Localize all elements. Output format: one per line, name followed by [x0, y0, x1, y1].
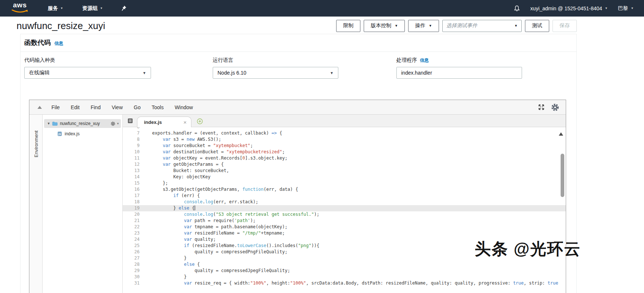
menu-edit[interactable]: Edit — [71, 104, 80, 110]
throttle-button[interactable]: 限制 — [336, 20, 360, 32]
line-number: 25 — [123, 243, 142, 249]
tree-file-row[interactable]: JS index.js — [43, 129, 122, 138]
environment-strip[interactable]: Environment — [29, 115, 43, 293]
code-entry-select[interactable]: 在线编辑 ▼ — [24, 67, 151, 79]
new-tab-plus-icon[interactable] — [197, 118, 203, 125]
folder-icon — [52, 121, 58, 126]
fullscreen-icon[interactable] — [537, 103, 545, 111]
code-line-8[interactable]: 8 var s3 = new AWS.S3(); — [123, 136, 566, 143]
tab-index-js[interactable]: index.js × — [137, 117, 191, 127]
line-number: 21 — [123, 218, 142, 224]
nav-services[interactable]: 服务 ▼ — [48, 5, 63, 12]
code-line-21[interactable]: 21 var path = require('path'); — [123, 218, 566, 224]
page-header: nuwfunc_resize_xuyi 限制 版本控制 ▼ 操作 ▼ 选择测试事… — [0, 17, 644, 35]
actions-button[interactable]: 操作 ▼ — [408, 20, 439, 32]
handler-info-link[interactable]: 信息 — [420, 57, 429, 64]
account-menu[interactable]: xuyi_admin @ 1525-0451-8404 ▼ — [530, 6, 608, 11]
top-nav: aws 服务 ▼ 资源组 ▼ — [0, 0, 644, 17]
svg-text:JS: JS — [58, 133, 61, 136]
section-title: 函数代码 — [24, 38, 51, 47]
test-event-select[interactable]: 选择测试事件 ▼ — [442, 20, 522, 32]
code-line-29[interactable]: 29 quality = compressedJpegFileQuality; — [123, 268, 566, 274]
section-info-link[interactable]: 信息 — [54, 40, 63, 47]
code-line-12[interactable]: 12 var getObjectParams = { — [123, 161, 566, 168]
menu-view[interactable]: View — [112, 104, 123, 110]
chevron-down-icon: ▼ — [330, 71, 334, 75]
menu-window[interactable]: Window — [175, 104, 193, 110]
field-runtime: 运行语言 Node.js 6.10 ▼ — [213, 57, 338, 79]
code-line-23[interactable]: 23 var resizedFileName = "/tmp/"+tmpname… — [123, 230, 566, 236]
editor-settings-gear-icon[interactable] — [550, 103, 560, 112]
menu-find[interactable]: Find — [91, 104, 101, 110]
code-line-17[interactable]: 17 if (err) { — [123, 193, 566, 199]
code-line-15[interactable]: 15 }; — [123, 180, 566, 186]
chevron-down-icon: ▼ — [605, 7, 608, 10]
watermark: 头条 @光环云 — [475, 238, 581, 260]
chevron-down-icon: ▼ — [429, 24, 432, 28]
menu-tools[interactable]: Tools — [152, 104, 164, 110]
code-line-20[interactable]: 20 console.log("S3 object retrieval get … — [123, 211, 566, 218]
code-area[interactable]: 67exports.handler = (event, context, cal… — [123, 127, 566, 293]
code-line-19[interactable]: 19 } else { — [123, 205, 566, 211]
file-tree: ▼ nuwfunc_resize_xuy ▼ — [43, 115, 123, 293]
code-line-11[interactable]: 11 var objectKey = event.Records[0].s3.o… — [123, 155, 566, 161]
code-line-18[interactable]: 18 console.log(err, err.stack); — [123, 199, 566, 205]
line-number: 24 — [123, 236, 142, 243]
chevron-down-icon: ▼ — [395, 24, 398, 28]
line-number: 20 — [123, 211, 142, 218]
line-number: 29 — [123, 268, 142, 274]
code-line-10[interactable]: 10 var destinationBucket = "xytempbucket… — [123, 149, 566, 155]
tree-folder-label: nuwfunc_resize_xuy — [60, 121, 100, 126]
tree-file-label: index.js — [65, 131, 80, 136]
save-button[interactable]: 保存 — [553, 20, 577, 32]
chevron-down-icon: ▼ — [143, 71, 146, 75]
code-line-28[interactable]: 28 else { — [123, 261, 566, 268]
line-number: 22 — [123, 224, 142, 230]
handler-input[interactable]: index.handler — [396, 67, 522, 79]
code-line-7[interactable]: 7exports.handler = (event, context, call… — [123, 130, 566, 136]
tree-folder-row[interactable]: ▼ nuwfunc_resize_xuy ▼ — [44, 119, 121, 128]
menu-file[interactable]: File — [51, 104, 60, 110]
code-line-31[interactable]: 31 var resize_req = { width:"100%", heig… — [123, 280, 566, 286]
line-number: 23 — [123, 230, 142, 236]
code-line-13[interactable]: 13 Bucket: sourceBucket, — [123, 168, 566, 174]
page: aws 服务 ▼ 资源组 ▼ — [0, 0, 644, 293]
line-number: 27 — [123, 255, 142, 261]
runtime-select[interactable]: Node.js 6.10 ▼ — [213, 67, 338, 79]
vertical-scrollbar-thumb[interactable] — [561, 154, 564, 197]
nav-resource-groups[interactable]: 资源组 ▼ — [82, 5, 103, 12]
aws-logo[interactable]: aws — [11, 2, 29, 15]
menu-go[interactable]: Go — [134, 104, 141, 110]
notifications-bell-icon[interactable] — [514, 5, 520, 12]
pin-icon[interactable] — [120, 5, 127, 11]
code-line-16[interactable]: 16 s3.getObject(getObjectParams, functio… — [123, 186, 566, 193]
line-number: 18 — [123, 199, 142, 205]
tree-expand-icon[interactable]: ▼ — [47, 122, 50, 125]
scroll-up-icon[interactable] — [559, 132, 563, 136]
code-lines: 67exports.handler = (event, context, cal… — [123, 127, 566, 286]
code-line-6[interactable]: 6 — [123, 127, 566, 130]
tree-settings-gear-icon[interactable]: ▼ — [110, 121, 119, 126]
tab-close-icon[interactable]: × — [183, 119, 187, 125]
aws-smile-icon — [11, 10, 28, 13]
line-number: 11 — [123, 155, 142, 161]
tab-list-icon[interactable] — [127, 118, 133, 124]
line-number: 14 — [123, 174, 142, 180]
chevron-down-icon: ▼ — [631, 7, 634, 10]
collapse-editor-icon[interactable] — [37, 106, 42, 109]
line-number: 6 — [123, 127, 142, 130]
code-line-22[interactable]: 22 var tmpname = path.basename(objectKey… — [123, 224, 566, 230]
line-number: 15 — [123, 180, 142, 186]
qualifiers-button[interactable]: 版本控制 ▼ — [364, 20, 405, 32]
code-line-9[interactable]: 9 var sourceBucket = "xytempbucket"; — [123, 143, 566, 149]
test-button[interactable]: 测试 — [525, 20, 549, 32]
line-number: 9 — [123, 143, 142, 149]
editor-menubar: FileEditFindViewGoToolsWindow — [29, 100, 566, 115]
code-line-14[interactable]: 14 Key: objectKey — [123, 174, 566, 180]
editor-menus: FileEditFindViewGoToolsWindow — [51, 104, 193, 110]
region-menu[interactable]: 巴黎 ▼ — [618, 5, 634, 12]
chevron-down-icon: ▼ — [100, 7, 103, 10]
code-line-30[interactable]: 30 } — [123, 274, 566, 280]
code-editor: FileEditFindViewGoToolsWindow — [29, 100, 566, 293]
js-file-icon: JS — [57, 131, 62, 136]
